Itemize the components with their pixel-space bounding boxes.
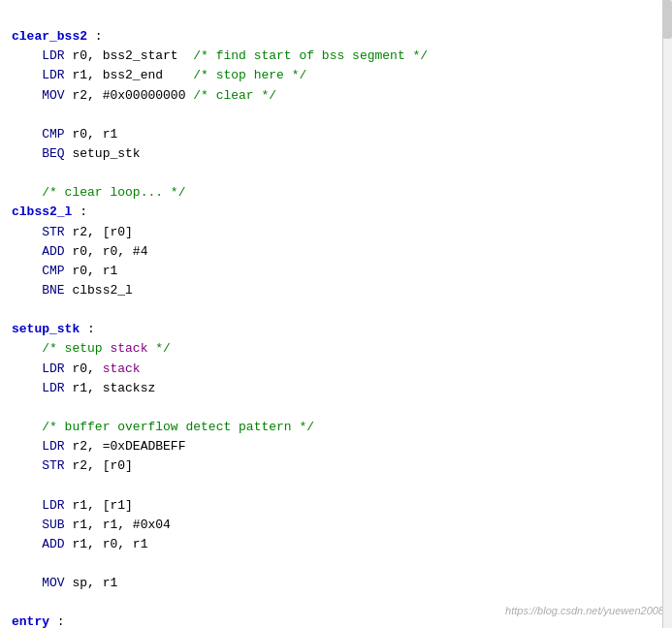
instr-beq-setup-stk: BEQ setup_stk <box>42 146 140 161</box>
instr-ldr-r1-stacksz: LDR r1, stacksz <box>42 381 155 395</box>
instr-cmp-r0-r1: CMP r0, r1 <box>42 127 117 141</box>
instr-cmp-r0-r1-2: CMP r0, r1 <box>42 264 117 278</box>
instr-bne-clbss2-l: BNE clbss2_l <box>42 283 133 298</box>
instr-ldr-r1-bss2end: LDR r1, bss2_end /* stop here */ <box>42 68 306 82</box>
code-editor: clear_bss2 : LDR r0, bss2_start /* find … <box>0 0 672 628</box>
instr-add-r1-r0-r1: ADD r1, r0, r1 <box>42 537 147 551</box>
instr-str-r2-r0: STR r2, [r0] <box>42 225 133 239</box>
instr-sub-r1-r1-4: SUB r1, r1, #0x04 <box>42 518 171 532</box>
instr-ldr-r1-r1: LDR r1, [r1] <box>42 498 133 513</box>
watermark-text: https://blog.csdn.net/yuewen2008 <box>505 605 664 616</box>
label-clear-bss2: clear_bss2 : <box>12 29 103 44</box>
instr-add-r0-r0-4: ADD r0, r0, #4 <box>42 244 147 259</box>
comment-setup-stack: /* setup stack */ <box>42 341 171 356</box>
instr-ldr-r0-stack: LDR r0, stack <box>42 361 140 376</box>
scrollbar[interactable] <box>662 0 672 628</box>
label-setup-stk: setup_stk : <box>12 322 95 336</box>
label-entry: entry : <box>12 614 65 628</box>
instr-ldr-r2-deadbeef: LDR r2, =0xDEADBEFF <box>42 439 185 454</box>
instr-ldr-r0-bss2start: LDR r0, bss2_start /* find start of bss … <box>42 48 428 63</box>
instr-mov-sp-r1: MOV sp, r1 <box>42 576 117 590</box>
comment-buffer-overflow: /* buffer overflow detect pattern */ <box>42 420 314 434</box>
scrollbar-thumb[interactable] <box>662 0 672 39</box>
instr-mov-r2-0: MOV r2, #0x00000000 /* clear */ <box>42 88 276 103</box>
label-clbss2-l: clbss2_l : <box>12 204 87 219</box>
comment-clear-loop: /* clear loop... */ <box>42 185 185 200</box>
instr-str-r2-r0-2: STR r2, [r0] <box>42 458 133 473</box>
